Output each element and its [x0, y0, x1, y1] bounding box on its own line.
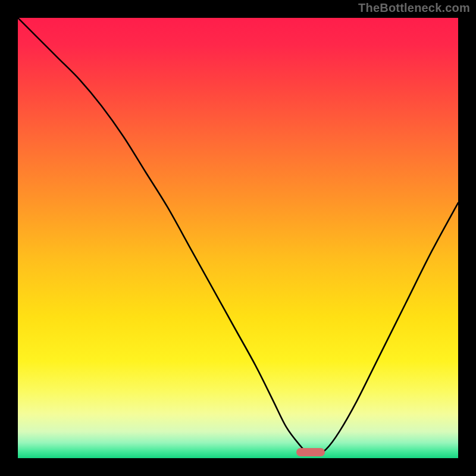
optimal-marker [296, 448, 325, 456]
plot-area [18, 18, 458, 458]
watermark-text: TheBottleneck.com [358, 1, 470, 15]
chart-frame: TheBottleneck.com [0, 0, 476, 476]
bottleneck-curve [18, 18, 458, 458]
